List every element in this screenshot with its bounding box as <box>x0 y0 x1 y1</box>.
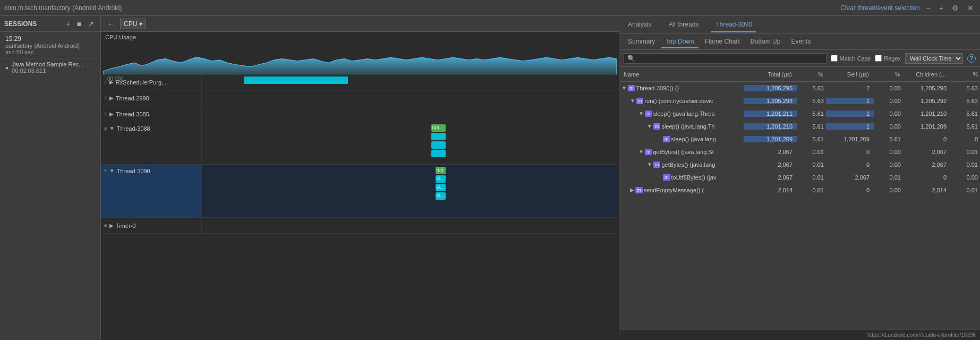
maximize-icon[interactable]: + <box>937 3 945 13</box>
thread-block-3088-3[interactable] <box>431 150 446 157</box>
expand-r2[interactable]: ▼ <box>630 98 635 104</box>
pct2-r9: 0.00 <box>874 187 903 193</box>
total-r7: 2,067 <box>744 162 797 168</box>
expand-r4[interactable]: ▼ <box>647 123 652 129</box>
tab-events[interactable]: Events <box>787 36 815 48</box>
match-case-label: Match Case <box>840 55 871 62</box>
thread-label-3088[interactable]: ≡ ▼ Thread-3088 <box>101 122 202 164</box>
cell-name-r1: ▼ m Thread-3090() () <box>619 85 744 91</box>
pct1-r4: 5.61 <box>797 123 826 130</box>
thread-row: ≡ ▼ Thread-3088 run <box>101 122 619 165</box>
stop-icon[interactable]: ■ <box>75 19 83 29</box>
tab-flame-chart[interactable]: Flame Chart <box>701 36 744 48</box>
pct1-r1: 5.63 <box>797 85 826 91</box>
thread-block-3090-run[interactable]: run <box>436 167 446 174</box>
thread-row-3090: ≡ ▼ Thread-3090 run sl... sl... sl... <box>101 165 619 218</box>
thread-expand-2990[interactable]: ▶ <box>109 95 114 101</box>
session-time: 15:29 <box>5 35 95 42</box>
table-row-run[interactable]: ▼ m run() (com.hycashier.devic 1,205,293… <box>619 95 980 107</box>
main-layout: SESSIONS + ■ ↗ 15:29 uanfactory (Android… <box>0 16 980 340</box>
expand-r7[interactable]: ▼ <box>647 162 652 167</box>
help-button[interactable]: ? <box>967 54 976 63</box>
thread-block-3090-sl2[interactable]: sl... <box>436 184 446 191</box>
self-r2: 1 <box>826 98 874 104</box>
tab-top-down[interactable]: Top Down <box>661 36 698 48</box>
name-r4: sleep() (java.lang.Th <box>661 123 714 130</box>
thread-block-3088-2[interactable] <box>431 141 446 149</box>
tab-analysis[interactable]: Analysis <box>624 18 656 32</box>
sidebar-header: SESSIONS + ■ ↗ <box>0 16 100 32</box>
thread-timeline-2990 <box>202 90 619 106</box>
tab-summary[interactable]: Summary <box>624 36 659 48</box>
thread-label-2990[interactable]: ≡ ▶ Thread-2990 <box>101 90 202 106</box>
top-bar-right: Clear thread/event selection − + ⚙ ✕ <box>840 3 976 13</box>
recording-name: Java Method Sample Rec... <box>12 61 83 67</box>
thread-block-3088-run[interactable]: run <box>431 124 446 132</box>
pct2-r2: 0.00 <box>874 98 903 104</box>
thread-block-3088-1[interactable] <box>431 133 446 140</box>
col-pct3-header: % <box>951 71 980 78</box>
expand-r6[interactable]: ▼ <box>638 149 644 155</box>
thread-expand-3085[interactable]: ▶ <box>109 111 114 117</box>
pct1-r2: 5.63 <box>797 98 826 104</box>
thread-block-3090-sl1[interactable]: sl... <box>436 175 446 183</box>
table-row-sendempty[interactable]: ▶ m sendEmptyMessage() ( 2,014 0.01 0 0.… <box>619 184 980 197</box>
thread-label-3085[interactable]: ≡ ▶ Thread-3085 <box>101 106 202 122</box>
thread-expand-3090[interactable]: ▼ <box>109 168 115 174</box>
minimize-icon[interactable]: − <box>924 3 933 13</box>
expand-r9[interactable]: ▶ <box>630 187 634 193</box>
table-row-sleep2[interactable]: ▼ m sleep() (java.lang.Th 1,201,210 5.61… <box>619 120 980 133</box>
drag-icon: ≡ <box>104 111 107 117</box>
cpu-dropdown[interactable]: CPU ▾ <box>120 19 146 29</box>
expand-r3[interactable]: ▼ <box>638 110 644 116</box>
thread-timeline-rxscheduler <box>202 74 619 90</box>
sessions-title: SESSIONS <box>4 20 37 28</box>
search-input[interactable] <box>637 55 823 62</box>
clock-dropdown[interactable]: Wall Clock Time Thread Time <box>905 53 963 64</box>
tab-all-threads[interactable]: All threads <box>664 18 703 32</box>
close-icon[interactable]: ✕ <box>965 3 976 13</box>
recording-item[interactable]: ● Java Method Sample Rec... 00:02:03.611 <box>0 59 100 76</box>
tab-thread-3090[interactable]: Thread-3090 <box>711 18 756 32</box>
table-row-sleep1[interactable]: ▼ m sleep() (java.lang.Threa 1,201,211 5… <box>619 107 980 120</box>
tab-bottom-up[interactable]: Bottom Up <box>746 36 785 48</box>
cpu-dropdown-arrow: ▾ <box>139 20 142 28</box>
pct3-r5: 0 <box>951 136 980 142</box>
clear-selection-link[interactable]: Clear thread/event selection <box>840 4 919 12</box>
self-r7: 0 <box>826 162 874 168</box>
thread-block-rxscheduler[interactable] <box>244 76 348 84</box>
sidebar-icons: + ■ ↗ <box>64 19 96 29</box>
regex-checkbox[interactable] <box>875 55 882 62</box>
col-name-header: Name <box>619 71 744 78</box>
table-row-thread3090[interactable]: ▼ m Thread-3090() () 1,205,295 5.63 2 0.… <box>619 82 980 95</box>
status-url: https://d.android.com/r/studio-ui/profil… <box>867 332 976 338</box>
table-row-getbytes1[interactable]: ▼ m getBytes() (java.lang.St 2,067 0.01 … <box>619 146 980 158</box>
add-session-icon[interactable]: + <box>64 19 72 29</box>
thread-name-3085: Thread-3085 <box>116 111 149 117</box>
export-icon[interactable]: ↗ <box>86 19 96 29</box>
table-row-sleep3[interactable]: m sleep() (java.lang 1,201,209 5.61 1,20… <box>619 133 980 146</box>
badge-r9: m <box>635 187 643 193</box>
cell-name-r9: ▶ m sendEmptyMessage() ( <box>628 187 744 193</box>
table-row-toutf8[interactable]: m toUtf8Bytes() (jav 2,067 0.01 2,067 0.… <box>619 171 980 184</box>
self-r8: 2,067 <box>826 174 874 181</box>
match-case-checkbox[interactable] <box>831 55 838 62</box>
children-r1: 1,205,293 <box>903 85 951 91</box>
thread-expand-timer[interactable]: ▶ <box>109 223 114 228</box>
table-row-getbytes2[interactable]: ▼ m getBytes() (java.lang 2,067 0.01 0 0… <box>619 158 980 171</box>
session-name: uanfactory (Android Android) <box>5 42 95 49</box>
nav-back-btn[interactable]: ← <box>105 19 117 29</box>
pct2-r4: 0.00 <box>874 123 903 130</box>
self-r6: 0 <box>826 149 874 155</box>
thread-block-3090-sl3[interactable]: sl... <box>436 192 446 200</box>
badge-r2: m <box>636 98 644 104</box>
expand-r1[interactable]: ▼ <box>621 85 627 91</box>
thread-expand-3088[interactable]: ▼ <box>109 125 115 131</box>
self-r3: 1 <box>826 110 874 117</box>
tab-bar-secondary: Summary Top Down Flame Chart Bottom Up E… <box>619 34 980 50</box>
thread-label-timer[interactable]: ≡ ▶ Timer-0 <box>101 218 202 233</box>
children-r7: 2,067 <box>903 162 951 168</box>
pct1-r6: 0.01 <box>797 149 826 155</box>
settings-icon[interactable]: ⚙ <box>950 3 961 13</box>
thread-label-3090[interactable]: ≡ ▼ Thread-3090 <box>101 165 202 217</box>
